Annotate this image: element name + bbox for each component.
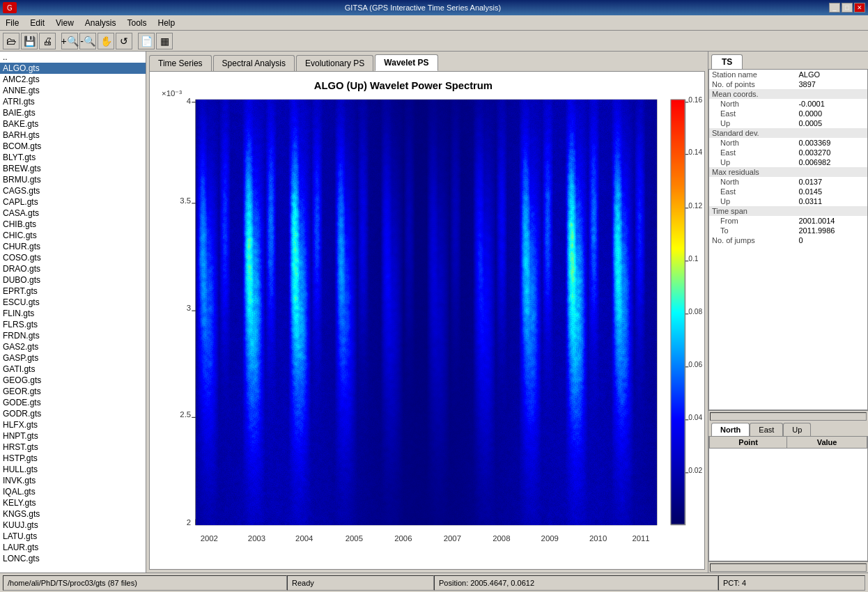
sidebar-item[interactable]: GEOG.gts xyxy=(0,375,146,386)
sidebar-item[interactable]: ANNE.gts xyxy=(0,85,146,96)
tab-up[interactable]: Up xyxy=(783,423,811,436)
sidebar-item[interactable]: BCOM.gts xyxy=(0,141,146,152)
sidebar-item[interactable]: DRAO.gts xyxy=(0,263,146,274)
std-north-label: North xyxy=(709,138,796,148)
menu-edit[interactable]: Edit xyxy=(24,17,50,29)
sidebar-item[interactable]: BARH.gts xyxy=(0,130,146,141)
sidebar-item[interactable]: .. xyxy=(0,52,146,63)
col-value: Value xyxy=(787,437,867,449)
pan-button[interactable]: ✋ xyxy=(98,33,114,49)
sidebar-item[interactable]: BRMU.gts xyxy=(0,174,146,185)
sidebar-item[interactable]: LAUR.gts xyxy=(0,542,146,553)
menu-help[interactable]: Help xyxy=(153,17,181,29)
sidebar: ..ALGO.gtsAMC2.gtsANNE.gtsATRI.gtsBAIE.g… xyxy=(0,52,146,572)
reset-button[interactable]: ↺ xyxy=(116,33,132,49)
sidebar-item[interactable]: BAIE.gts xyxy=(0,107,146,118)
data-scrollbar[interactable] xyxy=(708,561,868,572)
tab-bar: Time Series Spectral Analysis Evolutiona… xyxy=(146,52,708,71)
info-scrollbar[interactable] xyxy=(708,410,868,421)
menu-tools[interactable]: Tools xyxy=(122,17,153,29)
std-east-label: East xyxy=(709,148,796,157)
sidebar-item[interactable]: CHIB.gts xyxy=(0,219,146,230)
sidebar-item[interactable]: DUBO.gts xyxy=(0,274,146,286)
status-ready: Ready xyxy=(287,575,434,591)
sidebar-item[interactable]: LATU.gts xyxy=(0,531,146,542)
heatmap-canvas xyxy=(150,72,704,569)
save-button[interactable]: 💾 xyxy=(21,33,38,49)
max-residuals-section: Max residuals xyxy=(709,167,867,177)
ts-tab[interactable]: TS xyxy=(711,54,743,69)
tab-evolutionary-ps[interactable]: Evolutionary PS xyxy=(296,55,373,71)
sidebar-item[interactable]: KUUJ.gts xyxy=(0,520,146,531)
sidebar-item[interactable]: BREW.gts xyxy=(0,163,146,174)
sidebar-item[interactable]: CHIC.gts xyxy=(0,230,146,241)
grid-button[interactable]: ▦ xyxy=(156,33,173,49)
sidebar-item[interactable]: BLYT.gts xyxy=(0,152,146,163)
menu-file[interactable]: File xyxy=(0,17,24,29)
minimize-button[interactable]: _ xyxy=(829,3,840,13)
sidebar-item[interactable]: GEOR.gts xyxy=(0,386,146,397)
zoom-in-button[interactable]: +🔍 xyxy=(61,33,78,49)
sidebar-item[interactable]: ESCU.gts xyxy=(0,297,146,308)
time-to-label: To xyxy=(709,226,796,235)
tab-wavelet-ps[interactable]: Wavelet PS xyxy=(375,54,437,71)
menu-analysis[interactable]: Analysis xyxy=(79,17,122,29)
sidebar-item[interactable]: BAKE.gts xyxy=(0,118,146,130)
tab-north[interactable]: North xyxy=(711,423,750,436)
sidebar-item[interactable]: FLRS.gts xyxy=(0,319,146,330)
sidebar-item[interactable]: GODE.gts xyxy=(0,397,146,408)
tab-time-series[interactable]: Time Series xyxy=(149,55,212,71)
status-position: Position: 2005.4647, 0.0612 xyxy=(434,575,718,591)
close-button[interactable]: ✕ xyxy=(854,3,865,13)
titlebar: G GITSA (GPS Interactive Time Series Ana… xyxy=(0,0,868,15)
sidebar-item[interactable]: GAS2.gts xyxy=(0,341,146,352)
print-button[interactable]: 🖨 xyxy=(39,33,56,49)
sidebar-item[interactable]: HRST.gts xyxy=(0,442,146,453)
zoom-out-button[interactable]: -🔍 xyxy=(79,33,96,49)
sidebar-item[interactable]: HLFX.gts xyxy=(0,419,146,430)
sidebar-item[interactable]: HULL.gts xyxy=(0,464,146,475)
max-north-label: North xyxy=(709,177,796,187)
sidebar-item[interactable]: ATRI.gts xyxy=(0,96,146,107)
sidebar-item[interactable]: LONC.gts xyxy=(0,553,146,564)
export-button[interactable]: 📄 xyxy=(138,33,155,49)
sidebar-item[interactable]: COSO.gts xyxy=(0,252,146,263)
sidebar-item[interactable]: KELY.gts xyxy=(0,497,146,508)
sidebar-item[interactable]: FRDN.gts xyxy=(0,330,146,341)
open-button[interactable]: 🗁 xyxy=(3,33,20,49)
sidebar-item[interactable]: AMC2.gts xyxy=(0,74,146,85)
tab-east[interactable]: East xyxy=(750,423,783,436)
sidebar-item[interactable]: FLIN.gts xyxy=(0,308,146,319)
sidebar-item[interactable]: CAPL.gts xyxy=(0,196,146,208)
sidebar-item[interactable]: EPRT.gts xyxy=(0,286,146,297)
sidebar-item[interactable]: GATI.gts xyxy=(0,364,146,375)
ts-tabs: TS xyxy=(708,52,868,69)
data-panel: Point Value xyxy=(708,436,868,561)
maximize-button[interactable]: □ xyxy=(842,3,853,13)
mean-north-label: North xyxy=(709,99,796,109)
std-up-value: 0.006982 xyxy=(796,157,867,167)
sidebar-item[interactable]: CAGS.gts xyxy=(0,185,146,196)
max-east-label: East xyxy=(709,187,796,196)
sidebar-item[interactable]: GODR.gts xyxy=(0,408,146,419)
mean-coords-section: Mean coords. xyxy=(709,89,867,99)
max-up-value: 0.0311 xyxy=(796,196,867,206)
sidebar-item[interactable]: HNPT.gts xyxy=(0,430,146,442)
main-area: ..ALGO.gtsAMC2.gtsANNE.gtsATRI.gtsBAIE.g… xyxy=(0,52,868,572)
toolbar: 🗁 💾 🖨 +🔍 -🔍 ✋ ↺ 📄 ▦ xyxy=(0,31,868,52)
sidebar-item[interactable]: GASP.gts xyxy=(0,352,146,364)
window-controls[interactable]: _ □ ✕ xyxy=(829,3,865,13)
sidebar-item[interactable]: CASA.gts xyxy=(0,208,146,219)
sidebar-item[interactable]: HSTP.gts xyxy=(0,453,146,464)
sidebar-list[interactable]: ..ALGO.gtsAMC2.gtsANNE.gtsATRI.gtsBAIE.g… xyxy=(0,52,146,572)
sidebar-item[interactable]: CHUR.gts xyxy=(0,241,146,252)
window-title: GITSA (GPS Interactive Time Series Analy… xyxy=(17,3,829,12)
sidebar-item[interactable]: ALGO.gts xyxy=(0,63,146,74)
std-dev-section: Standard dev. xyxy=(709,128,867,138)
sidebar-item[interactable]: INVK.gts xyxy=(0,475,146,486)
sidebar-item[interactable]: IQAL.gts xyxy=(0,486,146,497)
max-up-label: Up xyxy=(709,196,796,206)
menu-view[interactable]: View xyxy=(50,17,79,29)
sidebar-item[interactable]: KNGS.gts xyxy=(0,508,146,520)
tab-spectral-analysis[interactable]: Spectral Analysis xyxy=(213,55,295,71)
